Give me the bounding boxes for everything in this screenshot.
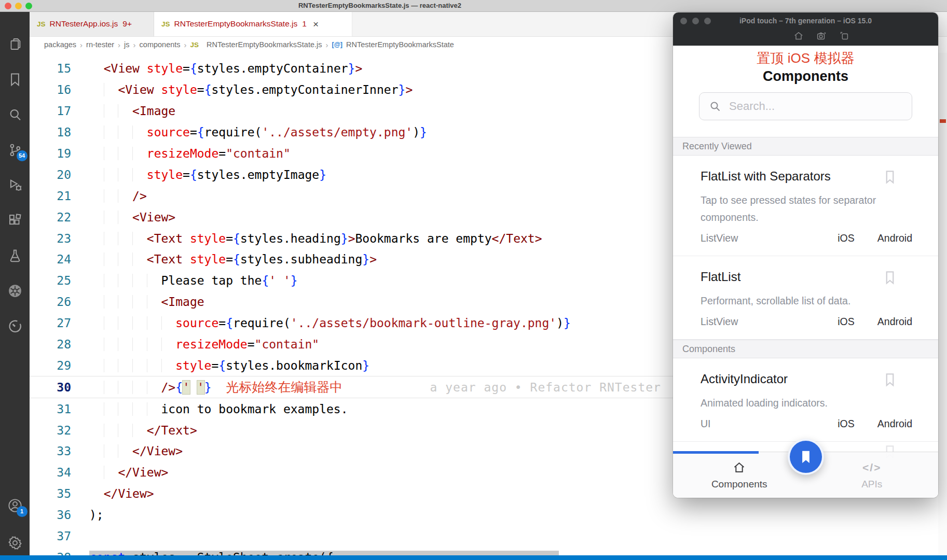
extensions-icon[interactable] — [7, 213, 23, 228]
section-header: Components — [673, 340, 938, 358]
component-list-item[interactable]: ActivityIndicatorAnimated loading indica… — [673, 358, 938, 442]
breadcrumb-item[interactable]: js — [124, 40, 129, 49]
line-number[interactable]: 36 — [30, 508, 71, 522]
account-icon[interactable]: 1 — [7, 498, 23, 513]
bookmarks-floating-button[interactable] — [788, 439, 824, 475]
code-text: <Image — [89, 104, 175, 118]
code-text: <Text style={styles.heading}>Bookmarks a… — [89, 232, 542, 245]
code-line[interactable]: 36); — [30, 505, 947, 526]
line-number[interactable]: 35 — [30, 487, 71, 500]
chevron-right-icon: › — [133, 40, 136, 49]
breadcrumb-file[interactable]: RNTesterEmptyBookmarksState.js — [207, 40, 322, 49]
line-number[interactable]: 15 — [30, 62, 71, 75]
platform-label: iOS — [838, 316, 855, 328]
line-number[interactable]: 29 — [30, 359, 71, 372]
tab-apis[interactable]: </> APIs — [806, 452, 939, 498]
line-number[interactable]: 34 — [30, 466, 71, 479]
line-number[interactable]: 21 — [30, 189, 71, 203]
line-number[interactable]: 20 — [30, 168, 71, 181]
code-text: </View> — [89, 466, 168, 479]
breadcrumb-item[interactable]: packages — [44, 40, 76, 49]
component-list-item[interactable]: FlatListPerformant, scrollable list of d… — [673, 256, 938, 340]
code-text: source={require('../assets/bookmark-outl… — [89, 316, 571, 330]
breadcrumb-item[interactable]: rn-tester — [86, 40, 114, 49]
line-number[interactable]: 37 — [30, 529, 71, 543]
tab-problems-badge: 9+ — [122, 19, 132, 29]
timer-icon[interactable] — [7, 318, 23, 334]
line-number[interactable]: 23 — [30, 232, 71, 245]
bookmark-outline-icon[interactable] — [882, 372, 898, 387]
line-number[interactable]: 32 — [30, 424, 71, 437]
component-description: Tap to see pressed states for separator … — [701, 192, 893, 226]
line-number[interactable]: 22 — [30, 211, 71, 224]
window-title: RNTesterEmptyBookmarksState.js — react-n… — [0, 2, 760, 9]
tab-rntesteremptybookmarksstate[interactable]: JS RNTesterEmptyBookmarksState.js 1 × — [154, 11, 352, 36]
code-text: source={require('../assets/empty.png')} — [89, 125, 427, 139]
git-blame-text: a year ago • Refactor RNTester — [430, 381, 661, 394]
breadcrumb-item[interactable]: components — [140, 40, 181, 49]
code-text: <Text style={styles.subheading}> — [89, 253, 377, 266]
kubernetes-icon[interactable] — [7, 283, 23, 299]
platform-label: iOS — [838, 232, 855, 244]
section-header: Recently Viewed — [673, 137, 938, 156]
status-bar[interactable] — [0, 555, 947, 560]
count-badge: 1 — [17, 506, 28, 517]
source-control-icon[interactable]: 54 — [7, 142, 23, 158]
macos-titlebar: RNTesterEmptyBookmarksState.js — react-n… — [0, 0, 947, 12]
close-tab-icon[interactable]: × — [313, 19, 319, 29]
chevron-right-icon: › — [118, 40, 120, 49]
simulator-titlebar[interactable]: iPod touch – 7th generation – iOS 15.0 — [673, 12, 938, 46]
code-text: resizeMode="contain" — [89, 147, 291, 160]
tab-rntesterapp[interactable]: JS RNTesterApp.ios.js 9+ — [30, 11, 154, 36]
line-number[interactable]: 33 — [30, 444, 71, 458]
search-input[interactable] — [728, 99, 902, 114]
bookmark-outline-icon[interactable] — [882, 169, 898, 185]
tab-problems-badge: 1 — [302, 19, 307, 29]
line-number[interactable]: 24 — [30, 253, 71, 266]
debug-icon[interactable] — [7, 177, 23, 193]
files-icon[interactable] — [7, 36, 23, 52]
line-number[interactable]: 17 — [30, 104, 71, 118]
code-text: <View> — [89, 211, 175, 224]
code-text: </Text> — [89, 424, 197, 437]
line-number[interactable]: 28 — [30, 338, 71, 351]
code-text: ); — [89, 508, 104, 522]
home-icon[interactable] — [793, 30, 804, 41]
screen: RNTesterEmptyBookmarksState.js — react-n… — [0, 0, 947, 560]
platform-label: iOS — [838, 418, 855, 430]
line-number[interactable]: 26 — [30, 295, 71, 309]
code-text: </View> — [89, 444, 183, 458]
breadcrumb-symbol[interactable]: RNTesterEmptyBookmarksState — [346, 40, 454, 49]
component-category: ListView — [701, 232, 838, 244]
code-text: <View style={styles.emptyContainer}> — [89, 62, 362, 75]
code-text: />{' '}光标始终在编辑器中a year ago • Refactor RN… — [89, 379, 661, 396]
line-number[interactable]: 30 — [30, 381, 71, 394]
bookmark-outline-icon[interactable] — [882, 270, 898, 285]
settings-icon[interactable] — [7, 535, 23, 551]
code-text: resizeMode="contain" — [89, 338, 319, 351]
line-number[interactable]: 25 — [30, 274, 71, 287]
code-text: <View style={styles.emptyContainerInner}… — [89, 83, 413, 96]
tab-label: RNTesterEmptyBookmarksState.js — [174, 19, 298, 29]
component-list-item[interactable]: FlatList with SeparatorsTap to see press… — [673, 156, 938, 256]
search-icon[interactable] — [7, 107, 23, 122]
tab-components[interactable]: Components — [673, 452, 806, 498]
line-number[interactable]: 16 — [30, 83, 71, 96]
code-line[interactable]: 37 — [30, 526, 947, 547]
code-text: style={styles.emptyImage} — [89, 168, 326, 181]
line-number[interactable]: 31 — [30, 402, 71, 416]
bookmark-icon — [798, 449, 814, 465]
search-bar-container — [673, 86, 938, 137]
component-category: UI — [701, 418, 838, 430]
line-number[interactable]: 18 — [30, 125, 71, 139]
search-bar[interactable] — [699, 92, 912, 120]
editor-scrollbar[interactable] — [938, 53, 947, 556]
line-number[interactable]: 19 — [30, 147, 71, 160]
chevron-right-icon: › — [184, 40, 187, 49]
bookmark-icon[interactable] — [7, 72, 23, 87]
beaker-icon[interactable] — [7, 248, 23, 263]
screenshot-icon[interactable] — [816, 30, 827, 41]
line-number[interactable]: 27 — [30, 316, 71, 330]
overview-ruler-error-marker — [940, 119, 946, 123]
new-window-icon[interactable] — [839, 30, 850, 41]
